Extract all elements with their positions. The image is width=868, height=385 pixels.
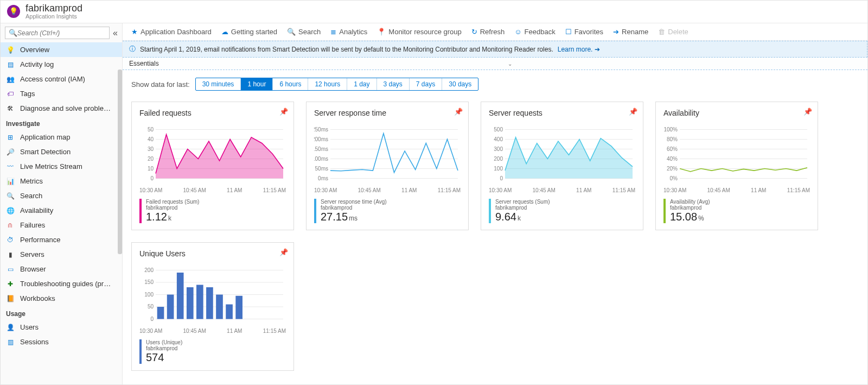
svg-text:30: 30 [148, 146, 154, 152]
svg-text:200: 200 [494, 156, 503, 162]
pin-icon[interactable]: 📌 [629, 108, 637, 116]
browser-icon: ▭ [6, 266, 15, 273]
card-server-response-time[interactable]: Server response time📌0ms50ms100ms150ms20… [306, 102, 469, 230]
range-7-days[interactable]: 7 days [410, 78, 442, 90]
toolbar-favorites[interactable]: ☐Favorites [565, 28, 603, 36]
svg-text:50ms: 50ms [315, 166, 328, 172]
svg-text:20%: 20% [667, 166, 678, 172]
svg-text:150ms: 150ms [314, 146, 328, 152]
x-axis-labels: 10:30 AM10:45 AM11 AM11:15 AM [139, 187, 286, 193]
toolbar-rename[interactable]: ➔Rename [613, 28, 648, 36]
svg-text:0: 0 [150, 175, 154, 181]
toolbar-getting-started[interactable]: ☁Getting started [221, 28, 277, 36]
application-map-icon: ⊞ [6, 134, 15, 141]
card-failed-requests[interactable]: Failed requests📌0102030405010:30 AM10:45… [131, 102, 294, 230]
refresh-icon: ↻ [471, 28, 477, 36]
users-icon: 👤 [6, 324, 15, 331]
card-title: Server requests [489, 109, 635, 117]
section-usage: Usage [1, 306, 122, 320]
svg-text:60%: 60% [667, 146, 678, 152]
range-6-hours[interactable]: 6 hours [273, 78, 308, 90]
svg-text:150: 150 [144, 279, 154, 285]
card-server-requests[interactable]: Server requests📌010020030040050010:30 AM… [481, 102, 643, 230]
sidebar-item-performance[interactable]: ⏱Performance [1, 232, 122, 247]
sidebar-item-availability[interactable]: 🌐Availability [1, 203, 122, 218]
metrics-icon: 📊 [6, 178, 15, 185]
favorites-icon: ☐ [565, 28, 572, 36]
sidebar-item-activity-log[interactable]: ▤Activity log [1, 57, 122, 72]
pin-icon[interactable]: 📌 [454, 108, 463, 116]
toolbar-feedback[interactable]: ☺Feedback [514, 28, 555, 36]
time-range-row: Show data for last: 30 minutes1 hour6 ho… [131, 78, 859, 91]
sidebar-item-diagnose-and-solve-proble-[interactable]: 🛠Diagnose and solve proble… [1, 101, 122, 116]
delete-icon: 🗑 [658, 28, 665, 36]
resource-title: fabrikamprod [25, 3, 82, 14]
sidebar-item-servers[interactable]: ▮Servers [1, 247, 122, 262]
sidebar-search[interactable]: 🔍 [5, 27, 110, 39]
time-range-label: Show data for last: [131, 80, 190, 89]
info-icon: ⓘ [129, 45, 136, 54]
range-30-minutes[interactable]: 30 minutes [196, 78, 241, 90]
metric: Server requests (Sum)fabrikamprod9.64k [489, 199, 635, 223]
diagnose-and-solve-proble--icon: 🛠 [6, 105, 15, 112]
resource-subtitle: Application Insights [25, 13, 82, 20]
sidebar-item-smart-detection[interactable]: 🔎Smart Detection [1, 144, 122, 159]
range-12-hours[interactable]: 12 hours [308, 78, 347, 90]
essentials-bar[interactable]: Essentials ⌄ [123, 58, 867, 70]
sidebar-item-live-metrics-stream[interactable]: 〰Live Metrics Stream [1, 159, 122, 174]
sidebar-item-search[interactable]: 🔍Search [1, 188, 122, 203]
sidebar-item-failures[interactable]: ⫙Failures [1, 218, 122, 232]
sidebar-item-browser[interactable]: ▭Browser [1, 262, 122, 276]
collapse-sidebar-icon[interactable]: « [113, 28, 118, 38]
toolbar-application-dashboard[interactable]: ★Application Dashboard [131, 28, 212, 36]
range-3-days[interactable]: 3 days [377, 78, 410, 90]
svg-text:500: 500 [494, 127, 503, 132]
svg-rect-62 [196, 285, 203, 319]
sidebar-item-users[interactable]: 👤Users [1, 320, 122, 334]
svg-rect-58 [157, 307, 164, 319]
svg-text:200: 200 [144, 267, 154, 273]
app-insights-icon: 💡 [7, 5, 20, 18]
metric: Failed requests (Sum)fabrikamprod1.12k [139, 199, 286, 223]
header: 💡 fabrikamprod Application Insights [1, 1, 867, 23]
pin-icon[interactable]: 📌 [279, 248, 288, 256]
toolbar-monitor-resource-group[interactable]: 📍Monitor resource group [377, 28, 461, 36]
pin-icon[interactable]: 📌 [803, 108, 812, 116]
sidebar-item-metrics[interactable]: 📊Metrics [1, 174, 122, 188]
chart: 0ms50ms100ms150ms200ms250ms [314, 123, 461, 185]
learn-more-link[interactable]: Learn more. ➔ [558, 46, 600, 53]
range-1-day[interactable]: 1 day [347, 78, 376, 90]
sidebar-item-access-control-iam-[interactable]: 👥Access control (IAM) [1, 72, 122, 86]
search-input[interactable] [17, 29, 106, 37]
sidebar-item-tags[interactable]: 🏷Tags [1, 86, 122, 101]
x-axis-labels: 10:30 AM10:45 AM11 AM11:15 AM [314, 187, 461, 193]
sidebar-item-application-map[interactable]: ⊞Application map [1, 130, 122, 144]
metric: Server response time (Avg)fabrikamprod27… [314, 199, 461, 223]
svg-rect-65 [226, 305, 233, 319]
command-bar: ★Application Dashboard☁Getting started🔍S… [123, 23, 867, 41]
toolbar-search[interactable]: 🔍Search [287, 28, 321, 36]
sidebar-scrollbar[interactable] [118, 70, 122, 254]
svg-rect-64 [216, 295, 223, 319]
smart-detection-icon: 🔎 [6, 148, 15, 156]
chart: 01020304050 [139, 123, 286, 185]
pin-icon[interactable]: 📌 [279, 108, 288, 116]
card-unique-users[interactable]: Unique Users📌05010015020010:30 AM10:45 A… [131, 242, 294, 371]
svg-text:100ms: 100ms [314, 156, 328, 162]
toolbar-refresh[interactable]: ↻Refresh [471, 28, 505, 36]
sidebar-item-troubleshooting-guides-pr-[interactable]: ✚Troubleshooting guides (pr… [1, 276, 122, 291]
sidebar-item-sessions[interactable]: ▥Sessions [1, 334, 122, 349]
svg-text:50: 50 [148, 304, 154, 310]
range-30-days[interactable]: 30 days [442, 78, 478, 90]
info-banner: ⓘ Starting April 1, 2019, email notifica… [123, 41, 867, 58]
svg-text:10: 10 [148, 166, 154, 172]
rename-icon: ➔ [613, 28, 619, 36]
sidebar-item-overview[interactable]: 💡Overview [1, 42, 122, 57]
sidebar-item-workbooks[interactable]: 📙Workbooks [1, 291, 122, 306]
toolbar-analytics[interactable]: ≣Analytics [330, 28, 367, 36]
svg-text:40%: 40% [667, 156, 678, 162]
time-range-group: 30 minutes1 hour6 hours12 hours1 day3 da… [195, 78, 479, 91]
card-availability[interactable]: Availability📌0%20%40%60%80%100%10:30 AM1… [655, 102, 818, 230]
range-1-hour[interactable]: 1 hour [241, 78, 273, 90]
application-dashboard-icon: ★ [131, 28, 138, 36]
